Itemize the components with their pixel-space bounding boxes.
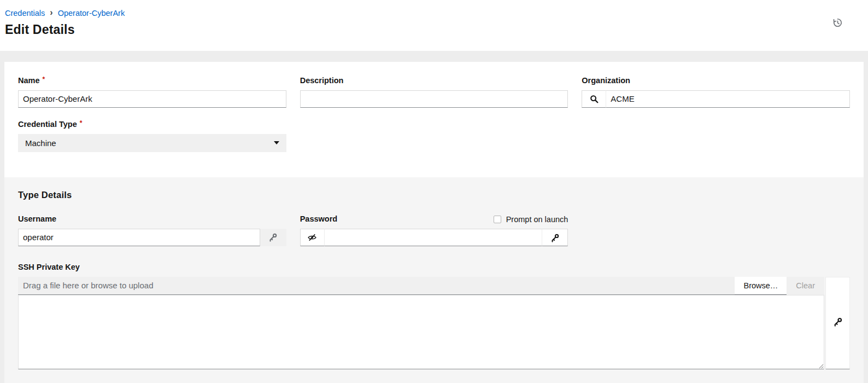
ssh-key-clear-button[interactable]: Clear: [787, 277, 824, 295]
name-label: Name *: [18, 77, 286, 85]
history-icon: [832, 21, 843, 30]
search-icon: [590, 95, 599, 103]
ssh-key-browse-button[interactable]: Browse…: [735, 277, 787, 295]
password-label: Password: [300, 215, 338, 224]
username-field-group: Username: [18, 215, 286, 246]
history-button[interactable]: [831, 16, 844, 29]
details-form-section: Name * Description Organization: [4, 62, 864, 177]
prompt-on-launch-option: Prompt on launch: [494, 215, 568, 224]
username-label-text: Username: [18, 215, 56, 224]
breadcrumb-link-credentials[interactable]: Credentials: [5, 9, 45, 18]
credential-type-field-group: Credential Type * Machine: [18, 120, 286, 152]
type-details-heading: Type Details: [18, 190, 850, 200]
password-visibility-toggle-button[interactable]: [300, 229, 325, 246]
ssh-private-key-label: SSH Private Key: [18, 263, 850, 272]
ssh-key-credential-lookup-button[interactable]: [825, 277, 850, 369]
credential-type-label: Credential Type *: [18, 120, 286, 129]
edit-details-card: Name * Description Organization: [4, 62, 864, 383]
ssh-key-textarea[interactable]: [18, 295, 824, 369]
description-label: Description: [300, 77, 568, 85]
ssh-private-key-label-text: SSH Private Key: [18, 263, 80, 272]
breadcrumb: Credentials › Operator-CyberArk: [5, 9, 843, 18]
password-label-text: Password: [300, 215, 338, 224]
organization-label: Organization: [582, 77, 850, 85]
prompt-on-launch-label: Prompt on launch: [506, 215, 568, 224]
name-input[interactable]: [18, 90, 286, 108]
password-credential-lookup-button[interactable]: [542, 229, 568, 246]
type-details-section: Type Details Username: [4, 177, 864, 383]
organization-input[interactable]: [606, 90, 850, 108]
key-icon: [268, 233, 278, 242]
name-label-text: Name: [18, 77, 40, 85]
description-input[interactable]: [300, 90, 568, 108]
ssh-key-file-drop-input[interactable]: [18, 277, 735, 295]
chevron-down-icon: [274, 141, 279, 144]
password-field-group: Password Prompt on launch: [300, 215, 568, 246]
eye-slash-icon: [307, 233, 317, 242]
ssh-private-key-field-group: SSH Private Key Browse… Clear: [18, 263, 850, 369]
breadcrumb-link-current[interactable]: Operator-CyberArk: [58, 9, 125, 18]
password-input[interactable]: [325, 229, 542, 246]
breadcrumb-separator-icon: ›: [50, 8, 52, 17]
username-input[interactable]: [18, 229, 260, 246]
name-field-group: Name *: [18, 77, 286, 108]
required-asterisk: *: [80, 120, 83, 127]
username-label: Username: [18, 215, 56, 224]
organization-search-button[interactable]: [582, 90, 606, 108]
description-field-group: Description: [300, 77, 568, 108]
content-area: Name * Description Organization: [0, 51, 868, 383]
organization-field-group: Organization: [582, 77, 850, 108]
username-credential-lookup-button[interactable]: [260, 229, 286, 246]
organization-label-text: Organization: [582, 77, 630, 85]
page-title: Edit Details: [5, 22, 843, 37]
description-label-text: Description: [300, 77, 344, 85]
page-header: Credentials › Operator-CyberArk Edit Det…: [0, 0, 868, 51]
credential-type-value: Machine: [25, 138, 56, 148]
credential-type-select[interactable]: Machine: [18, 134, 286, 152]
key-icon: [833, 317, 843, 329]
prompt-on-launch-checkbox[interactable]: [494, 216, 501, 223]
key-icon: [550, 233, 560, 242]
credential-type-label-text: Credential Type: [18, 120, 77, 129]
required-asterisk: *: [43, 76, 45, 83]
